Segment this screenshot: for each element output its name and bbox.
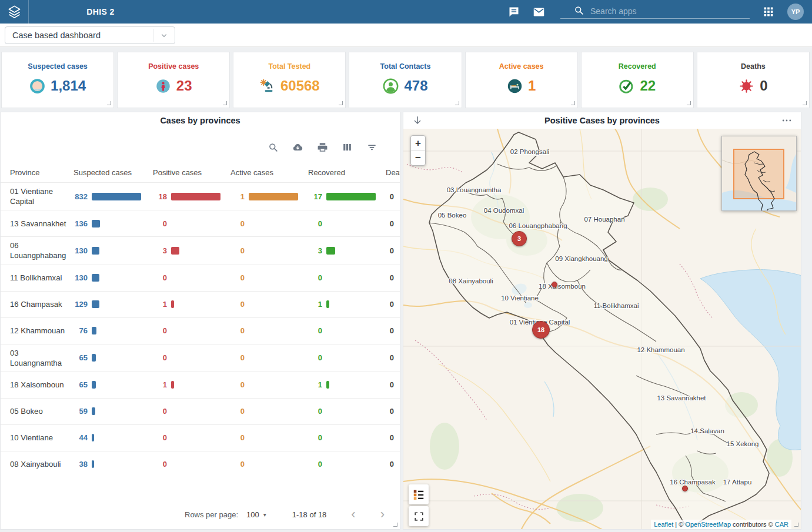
case-cluster-marker[interactable]: 3	[512, 231, 527, 246]
map-province-label: 05 Bokeo	[438, 212, 467, 219]
suspected-value: 76	[73, 326, 88, 335]
osm-link[interactable]: OpenStreetMap	[685, 521, 731, 528]
check-circle-icon	[619, 78, 634, 94]
column-header[interactable]: Active cases	[230, 168, 308, 177]
table-row: 01 Vientiane Capital832181170	[1, 182, 400, 210]
suspected-cell: 130	[73, 273, 153, 282]
suspected-bar	[92, 220, 100, 227]
caret-down-icon: ▾	[263, 511, 266, 518]
more-horizontal-icon[interactable]	[781, 115, 793, 126]
dashboard-select-value: Case based dashboard	[5, 31, 153, 40]
recovered-value: 1	[308, 300, 322, 309]
print-icon[interactable]	[317, 142, 328, 153]
legend-button[interactable]	[409, 484, 429, 504]
overview-minimap[interactable]	[721, 136, 797, 211]
column-header[interactable]: Positive cases	[153, 168, 230, 177]
column-header[interactable]: Province	[10, 168, 73, 177]
avatar[interactable]: YP	[787, 4, 804, 20]
card-title: Total Contacts	[380, 62, 431, 71]
card-value: 478	[404, 78, 427, 94]
search-apps-input[interactable]	[590, 6, 750, 16]
columns-icon[interactable]	[342, 142, 353, 153]
rows-per-page-label: Rows per page:	[185, 510, 238, 519]
province-name: 16 Champasak	[10, 296, 73, 313]
recovered-cell: 3	[308, 246, 386, 255]
column-header[interactable]: Suspected cases	[73, 168, 153, 177]
column-header[interactable]: Deaths	[386, 168, 400, 177]
resize-handle[interactable]	[687, 101, 691, 105]
stat-card-total-tested: Total Tested60568	[233, 52, 346, 108]
app-title: DHIS 2	[29, 7, 172, 16]
search-icon[interactable]	[268, 142, 279, 153]
resize-handle[interactable]	[107, 101, 111, 105]
arrow-down-icon[interactable]	[412, 115, 423, 126]
recovered-cell: 0	[308, 273, 386, 282]
positive-cell: 1	[153, 300, 230, 309]
apps-grid-icon[interactable]	[763, 6, 774, 18]
resize-handle[interactable]	[794, 523, 798, 527]
filter-icon[interactable]	[366, 142, 377, 153]
positive-value: 1	[153, 380, 167, 389]
mail-icon[interactable]	[533, 6, 545, 18]
resize-handle[interactable]	[393, 523, 397, 527]
suspected-bar	[92, 460, 94, 468]
suspected-bar	[92, 354, 96, 362]
suspected-cell: 44	[73, 433, 153, 442]
case-point-marker[interactable]	[682, 486, 688, 491]
recovered-value: 1	[308, 380, 322, 389]
positive-cell: 3	[153, 246, 230, 255]
zoom-out-button[interactable]: −	[411, 150, 425, 165]
case-cluster-marker[interactable]: 18	[532, 321, 550, 339]
zoom-in-button[interactable]: +	[411, 136, 425, 150]
rows-per-page-select[interactable]: 100 ▾	[246, 510, 266, 519]
card-title: Positive cases	[148, 62, 199, 71]
map-viewport[interactable]: 02 Phongsali03 Louangnamtha05 Bokeo04 Ou…	[403, 129, 801, 529]
leaflet-link[interactable]: Leaflet	[654, 521, 673, 528]
suspected-bar	[92, 274, 99, 282]
province-name: 01 Vientiane Capital	[10, 183, 73, 210]
suspected-value: 129	[73, 300, 88, 309]
positive-value: 3	[153, 246, 167, 255]
positive-cell: 1	[153, 380, 230, 389]
chat-icon[interactable]	[508, 6, 520, 18]
provider-link[interactable]: CAR	[775, 521, 788, 528]
dashboard-select[interactable]: Case based dashboard	[5, 26, 175, 44]
card-value: 0	[760, 78, 767, 94]
deaths-value: 0	[386, 273, 400, 282]
active-cell: 0	[230, 273, 308, 282]
chevron-left-icon[interactable]: ‹	[351, 508, 355, 521]
active-value: 0	[230, 433, 245, 442]
suspected-value: 136	[73, 219, 88, 228]
recovered-bar	[326, 381, 329, 389]
suspected-cell: 76	[73, 326, 153, 335]
active-cell: 0	[230, 219, 308, 228]
suspected-value: 38	[73, 460, 88, 469]
legend-icon	[412, 488, 425, 501]
microscope-icon	[259, 78, 275, 94]
active-value: 0	[230, 326, 245, 335]
positive-value: 0	[153, 273, 167, 282]
resize-handle[interactable]	[803, 101, 807, 105]
resize-handle[interactable]	[455, 101, 459, 105]
province-name: 06 Louangphabang	[10, 237, 73, 264]
app-search[interactable]	[560, 5, 750, 19]
suspected-bar	[92, 300, 99, 308]
suspected-bar	[92, 193, 141, 200]
chevron-right-icon[interactable]: ›	[380, 508, 385, 521]
recovered-value: 0	[308, 326, 322, 335]
resize-handle[interactable]	[571, 101, 575, 105]
pagination-range: 1-18 of 18	[292, 510, 327, 519]
cases-table-panel: Cases by provinces ProvinceSuspected cas…	[0, 112, 400, 530]
case-point-marker[interactable]	[552, 282, 557, 287]
download-icon[interactable]	[292, 142, 303, 153]
dhis2-logo-icon[interactable]	[0, 0, 29, 24]
resize-handle[interactable]	[339, 101, 343, 105]
table-header-row: ProvinceSuspected casesPositive casesAct…	[1, 162, 400, 182]
stat-card-total-contacts: Total Contacts478	[349, 52, 462, 108]
column-header[interactable]: Recovered	[308, 168, 386, 177]
fullscreen-button[interactable]	[409, 506, 429, 526]
recovered-value: 17	[308, 192, 322, 201]
resize-handle[interactable]	[223, 101, 227, 105]
positive-value: 0	[153, 326, 167, 335]
deaths-value: 0	[386, 300, 400, 309]
